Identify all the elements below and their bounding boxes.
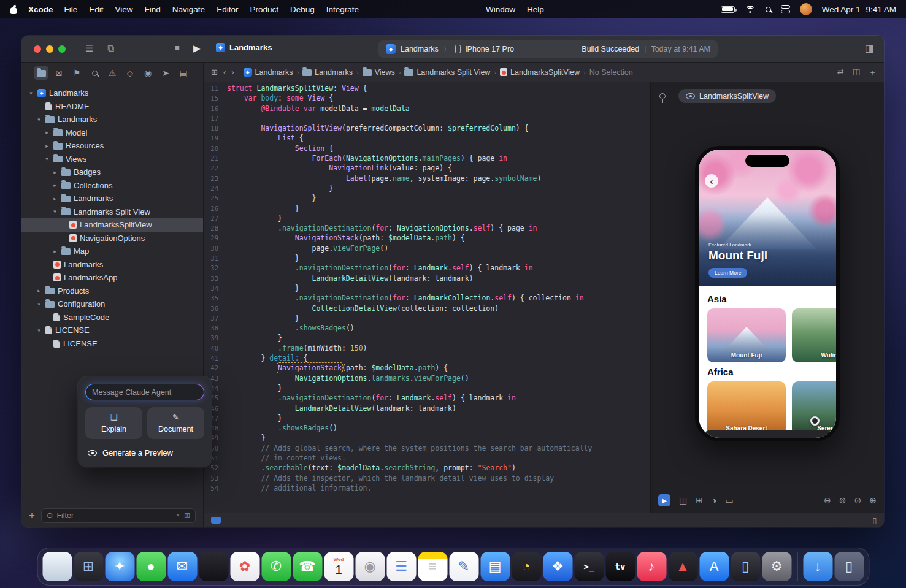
zoom-fit-icon[interactable]: ⊚	[839, 495, 846, 505]
code-line-19[interactable]: 19 List {	[204, 133, 650, 143]
apple-menu-icon[interactable]	[10, 5, 17, 14]
preview-card-sahara-desert[interactable]: Sahara Desert	[707, 381, 786, 435]
dock-music[interactable]: ♪	[637, 552, 666, 581]
tree-item-landmarks[interactable]: ▸Landmarks	[21, 192, 203, 205]
disclosure-chevron[interactable]: ▾	[36, 301, 42, 307]
disclosure-chevron[interactable]: ▾	[52, 208, 58, 215]
breadcrumb-landmarkssplitview[interactable]: LandmarksSplitView	[500, 68, 580, 77]
code-line-35[interactable]: 35 .navigationDestination(for: LandmarkC…	[204, 293, 650, 303]
menu-edit[interactable]: Edit	[89, 5, 103, 14]
scheme-project-name[interactable]: Landmarks	[401, 45, 439, 53]
code-line-27[interactable]: 27 }	[204, 213, 650, 223]
code-line-47[interactable]: 47 }	[204, 413, 650, 423]
selectable-preview-icon[interactable]: ◫	[679, 495, 687, 505]
tree-item-license[interactable]: LICENSE	[21, 337, 203, 351]
tree-item-configuration[interactable]: ▾Configuration	[21, 297, 203, 311]
dock-terminal[interactable]: >_	[574, 552, 604, 581]
code-line-52[interactable]: 52 .searchable(text: $modelData.searchSt…	[204, 463, 650, 473]
dock-messages[interactable]: ●	[136, 552, 166, 581]
disclosure-chevron[interactable]: ▸	[44, 143, 50, 149]
stop-button[interactable]: ■	[175, 44, 180, 52]
add-file-button[interactable]: +	[29, 510, 35, 522]
tree-item-samplecode[interactable]: SampleCode	[21, 311, 203, 324]
tree-item-products[interactable]: ▸Products	[21, 284, 203, 298]
swap-editor-icon[interactable]: ⇄	[837, 67, 844, 78]
dock-downloads[interactable]: ↓	[803, 552, 832, 581]
add-editor-icon[interactable]: ⧉	[107, 44, 114, 53]
code-line-21[interactable]: 21 ForEach(NavigationOptions.mainPages) …	[204, 153, 650, 163]
scheme-selector[interactable]: ◆ Landmarks 〉 iPhone 17 Pro Build Succee…	[378, 40, 718, 58]
zoom-in-icon[interactable]: ⊕	[869, 495, 877, 505]
code-line-44[interactable]: 44 }	[204, 383, 650, 393]
user-avatar[interactable]	[800, 3, 812, 15]
breadcrumb-landmarks[interactable]: Landmarks	[302, 68, 353, 77]
code-line-49[interactable]: 49 }	[204, 433, 650, 443]
spotlight-icon[interactable]	[766, 7, 771, 12]
disclosure-chevron[interactable]: ▸	[44, 129, 50, 136]
menu-navigate[interactable]: Navigate	[172, 5, 205, 14]
tree-item-landmarkssplitview[interactable]: LandmarksSplitView	[21, 218, 203, 232]
code-line-48[interactable]: 48 .showsBadges()	[204, 423, 650, 433]
related-items-icon[interactable]: ⊞	[211, 67, 218, 77]
preview-card-wuling[interactable]: Wuling	[792, 308, 836, 362]
disclosure-chevron[interactable]: ▾	[36, 116, 42, 123]
explain-button[interactable]: ❑ Explain	[85, 407, 142, 439]
bookmarks-icon[interactable]: ⚑	[69, 66, 84, 80]
menu-editor[interactable]: Editor	[217, 5, 238, 14]
back-button[interactable]: ‹	[705, 174, 718, 188]
tree-item-map[interactable]: ▸Map	[21, 245, 203, 258]
code-line-17[interactable]: 17	[204, 113, 650, 123]
disclosure-chevron[interactable]: ▸	[52, 182, 58, 188]
tree-item-readme[interactable]: README	[21, 100, 203, 113]
preview-card-mount-fuji[interactable]: Mount Fuji	[707, 308, 786, 362]
tree-item-landmarks-split-view[interactable]: ▾Landmarks Split View	[21, 205, 203, 219]
generate-preview-button[interactable]: Generate a Preview	[85, 447, 204, 460]
dock-freeform[interactable]: ✎	[449, 552, 478, 581]
document-button[interactable]: ✎ Document	[147, 407, 204, 439]
code-line-24[interactable]: 24 }	[204, 183, 650, 193]
disclosure-chevron[interactable]: ▸	[52, 169, 58, 175]
app-menu-xcode[interactable]: Xcode	[28, 5, 53, 14]
dock-safari[interactable]: ✦	[105, 552, 134, 581]
dock-files[interactable]: ▤	[480, 552, 510, 581]
code-line-29[interactable]: 29 NavigationStack(path: $modelData.path…	[204, 233, 650, 243]
find-icon[interactable]	[87, 66, 102, 80]
breakpoints-icon[interactable]: ➤	[158, 66, 173, 80]
claude-message-input[interactable]: Message Claude Agent	[85, 384, 204, 400]
code-line-38[interactable]: 38 .showsBadges()	[204, 323, 650, 333]
tree-item-landmarks[interactable]: Landmarks	[21, 258, 203, 272]
menu-help[interactable]: Help	[527, 5, 544, 14]
editor-tab-landmarks[interactable]: ◆ Landmarks	[216, 43, 272, 52]
menu-debug[interactable]: Debug	[290, 5, 315, 14]
dock-app-store[interactable]: A	[699, 552, 729, 581]
issues-icon[interactable]: ⚠	[105, 66, 120, 80]
code-line-18[interactable]: 18 NavigationSplitView(preferredCompactC…	[204, 123, 650, 133]
code-line-41[interactable]: 41 } detail: {	[204, 353, 650, 363]
menu-view[interactable]: View	[115, 5, 133, 14]
editor-layout-icon[interactable]: ◫	[853, 67, 860, 78]
dock-iphone-mirroring[interactable]: ▯	[731, 552, 760, 581]
tree-item-model[interactable]: ▸Model	[21, 126, 203, 140]
scheme-device-name[interactable]: iPhone 17 Pro	[466, 45, 514, 53]
tree-item-landmarks[interactable]: ▾◆Landmarks	[21, 86, 203, 100]
color-scheme-icon[interactable]: ◑	[712, 495, 716, 505]
flagged-filter-icon[interactable]: ⊞	[184, 511, 190, 520]
breadcrumb-landmarks[interactable]: ◆Landmarks	[244, 68, 293, 77]
code-line-40[interactable]: 40 .frame(minWidth: 150)	[204, 343, 650, 353]
back-icon[interactable]: ‹	[223, 67, 226, 77]
add-editor-pane-icon[interactable]: ＋	[869, 67, 877, 78]
reports-icon[interactable]: ▤	[176, 66, 191, 80]
forward-icon[interactable]: ›	[231, 67, 234, 77]
code-line-37[interactable]: 37 }	[204, 313, 650, 323]
dock-launchpad[interactable]: ⊞	[74, 552, 103, 581]
project-navigator-icon[interactable]	[34, 66, 48, 80]
tree-item-collections[interactable]: ▸Collections	[21, 179, 203, 193]
control-center-icon[interactable]	[781, 5, 790, 13]
code-line-20[interactable]: 20 Section {	[204, 143, 650, 153]
code-line-42[interactable]: 42 NavigationStack(path: $modelData.path…	[204, 363, 650, 373]
code-line-11[interactable]: 11struct LandmarksSplitView: View {	[204, 83, 650, 93]
code-line-36[interactable]: 36 CollectionDetailView(collection: coll…	[204, 304, 650, 313]
dock-mail[interactable]: ✉	[167, 552, 197, 581]
breadcrumb-no-selection[interactable]: No Selection	[589, 68, 633, 77]
dock-reminders[interactable]: ☰	[386, 552, 416, 581]
